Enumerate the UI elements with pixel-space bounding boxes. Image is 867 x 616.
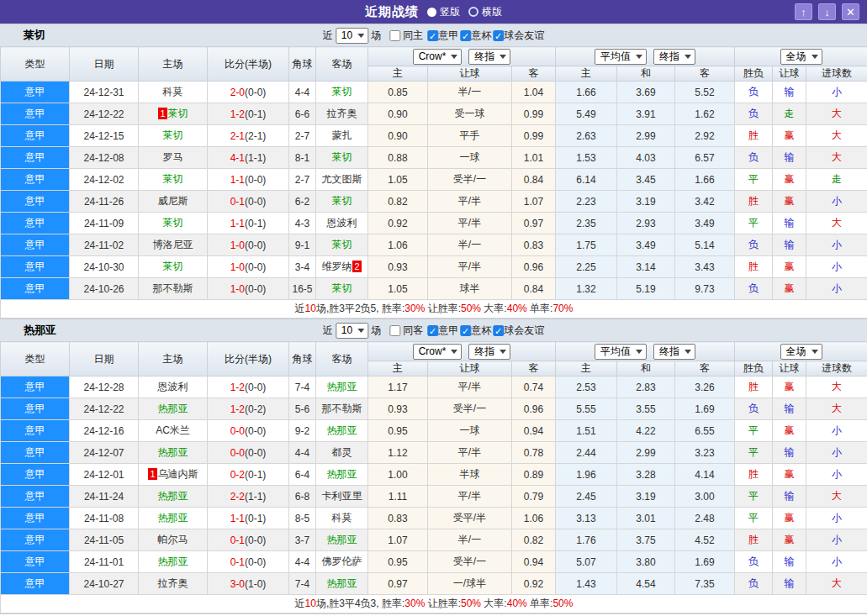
same-venue-checkbox[interactable] bbox=[389, 325, 400, 336]
bookmaker-select[interactable]: Crow* bbox=[413, 49, 463, 65]
europe-odds-cell: 5.55 bbox=[556, 398, 617, 420]
league-checkbox[interactable]: ✓ bbox=[493, 325, 504, 336]
corners-cell: 4-3 bbox=[289, 213, 316, 234]
date-cell: 24-11-01 bbox=[70, 551, 139, 573]
title-bar: 近期战绩 竖版 横版 ↑ ↓ ✕ bbox=[0, 0, 867, 24]
col-header-corner: 角球 bbox=[289, 342, 316, 376]
chevron-down-icon bbox=[451, 55, 457, 59]
col-header-handicap-away: 客 bbox=[512, 66, 556, 82]
close-button[interactable]: ✕ bbox=[842, 3, 859, 20]
league-cell: 意甲 bbox=[1, 442, 70, 464]
date-cell: 24-12-07 bbox=[70, 442, 139, 464]
summary-segment: 30% bbox=[404, 303, 425, 314]
result-label: 小 bbox=[832, 261, 842, 272]
halftime-score: (1-0) bbox=[245, 578, 266, 590]
radio-vertical-layout[interactable]: 竖版 bbox=[427, 5, 460, 19]
same-venue-checkbox[interactable] bbox=[389, 30, 400, 41]
match-row: 意甲24-10-30莱切1-0(0-0)3-4维罗纳20.93平/半0.962.… bbox=[1, 256, 867, 278]
result-label: 小 bbox=[832, 282, 842, 294]
match-count-select[interactable]: 10 bbox=[336, 323, 368, 339]
final-odds-select[interactable]: 终指 bbox=[468, 49, 510, 65]
league-checkbox[interactable]: ✓ bbox=[427, 325, 438, 336]
same-venue-label: 同主 bbox=[403, 29, 423, 43]
matches-label: 场 bbox=[371, 324, 381, 338]
league-checkbox[interactable]: ✓ bbox=[427, 30, 438, 41]
final-odds-select[interactable]: 终指 bbox=[468, 344, 510, 360]
result-cell: 赢 bbox=[773, 191, 806, 213]
bookmaker-select[interactable]: Crow* bbox=[413, 344, 463, 360]
col-header-goals: 进球数 bbox=[806, 361, 867, 376]
league-checkbox[interactable]: ✓ bbox=[460, 325, 471, 336]
move-up-button[interactable]: ↑ bbox=[795, 3, 812, 20]
move-down-button[interactable]: ↓ bbox=[818, 3, 836, 20]
match-row: 意甲24-11-24热那亚2-2(1-1)6-8卡利亚里1.11平/半0.792… bbox=[1, 486, 867, 508]
away-team-cell: 热那亚 bbox=[316, 529, 368, 551]
away-team-cell: 热那亚 bbox=[316, 464, 368, 486]
date-cell: 24-12-22 bbox=[70, 398, 139, 420]
team-label: 热那亚 bbox=[327, 424, 357, 436]
result-cell: 输 bbox=[773, 147, 806, 169]
average-odds-select[interactable]: 平均值 bbox=[595, 49, 647, 65]
league-option: ✓意甲 bbox=[427, 29, 458, 43]
halftime-score: (0-0) bbox=[245, 174, 266, 186]
europe-odds-cell: 3.80 bbox=[617, 551, 675, 573]
handicap-odds-cell: 0.94 bbox=[512, 551, 556, 573]
team-label: 尤文图斯 bbox=[322, 173, 362, 185]
corners-cell: 16-5 bbox=[289, 278, 316, 300]
europe-odds-cell: 1.53 bbox=[556, 147, 617, 169]
europe-odds-cell: 3.26 bbox=[675, 376, 735, 398]
handicap-odds-cell: 1.00 bbox=[368, 464, 428, 486]
result-label: 赢 bbox=[785, 512, 795, 524]
league-cell: 意甲 bbox=[1, 256, 70, 278]
handicap-odds-cell: 0.96 bbox=[512, 256, 556, 278]
date-cell: 24-11-05 bbox=[70, 529, 139, 551]
handicap-odds-cell: 0.93 bbox=[368, 398, 428, 420]
result-cell: 负 bbox=[735, 82, 773, 103]
handicap-odds-cell: 0.95 bbox=[368, 420, 428, 442]
result-cell: 平 bbox=[735, 420, 773, 442]
summary-segment: 场,胜3平4负3, 胜率: bbox=[316, 598, 404, 609]
result-label: 胜 bbox=[748, 129, 759, 141]
score-cell: 1-1(0-1) bbox=[208, 213, 289, 234]
match-row: 意甲24-11-09莱切1-1(0-1)4-3恩波利0.92平/半0.972.3… bbox=[1, 213, 867, 234]
handicap-odds-cell: 1.17 bbox=[368, 376, 428, 398]
result-label: 走 bbox=[832, 173, 842, 185]
fulltime-score: 1-0 bbox=[230, 261, 245, 273]
home-team-cell: 热那亚 bbox=[139, 508, 208, 529]
result-label: 大 bbox=[832, 403, 842, 414]
fulltime-select[interactable]: 全场 bbox=[780, 49, 822, 65]
result-cell: 小 bbox=[806, 442, 867, 464]
result-label: 负 bbox=[748, 282, 759, 294]
handicap-odds-cell: 一/球半 bbox=[428, 573, 512, 595]
radio-horizontal-layout[interactable]: 横版 bbox=[468, 5, 502, 19]
average-odds-select[interactable]: 平均值 bbox=[595, 344, 647, 360]
home-team-cell: 莱切 bbox=[139, 125, 208, 147]
date-cell: 24-12-31 bbox=[70, 82, 139, 103]
result-label: 小 bbox=[832, 468, 842, 480]
away-team-cell: 热那亚 bbox=[316, 376, 368, 398]
filter-controls: 近 10 场 同客 ✓意甲✓意杯✓球会友谊 bbox=[323, 323, 544, 339]
result-cell: 大 bbox=[806, 125, 867, 147]
corners-cell: 8-5 bbox=[289, 508, 316, 529]
result-cell: 赢 bbox=[773, 420, 806, 442]
match-count-select[interactable]: 10 bbox=[336, 28, 368, 44]
league-checkbox[interactable]: ✓ bbox=[493, 30, 504, 41]
result-cell: 小 bbox=[806, 551, 867, 573]
result-label: 输 bbox=[785, 555, 795, 567]
halftime-score: (0-0) bbox=[245, 283, 266, 295]
handicap-odds-cell: 0.79 bbox=[512, 486, 556, 508]
league-checkbox[interactable]: ✓ bbox=[460, 30, 471, 41]
fulltime-select[interactable]: 全场 bbox=[780, 344, 822, 360]
fulltime-score: 1-1 bbox=[230, 513, 245, 524]
home-team-cell: 科莫 bbox=[139, 82, 208, 103]
league-option: ✓球会友谊 bbox=[493, 324, 544, 338]
col-header-odds-away: 客 bbox=[675, 361, 735, 376]
corners-cell: 4-4 bbox=[289, 442, 316, 464]
handicap-odds-cell: 1.06 bbox=[368, 234, 428, 256]
result-cell: 负 bbox=[735, 278, 773, 300]
team-label: 蒙扎 bbox=[332, 129, 352, 141]
final-odds-select-2[interactable]: 终指 bbox=[653, 49, 695, 65]
handicap-odds-cell: 受平/半 bbox=[428, 508, 512, 529]
final-odds-select-2[interactable]: 终指 bbox=[653, 344, 695, 360]
team-label: 莱切 bbox=[163, 129, 183, 141]
